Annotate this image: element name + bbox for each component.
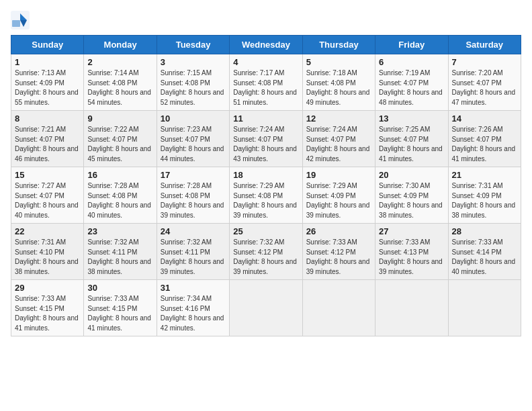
svg-rect-3	[12, 20, 20, 27]
day-number: 22	[15, 226, 80, 236]
day-daylight: Daylight: 8 hours and 40 minutes.	[87, 201, 151, 219]
day-sunrise: Sunrise: 7:29 AM	[233, 182, 284, 189]
day-daylight: Daylight: 8 hours and 44 minutes.	[161, 145, 224, 163]
day-sunrise: Sunrise: 7:33 AM	[379, 238, 430, 246]
day-sunrise: Sunrise: 7:20 AM	[452, 69, 503, 77]
day-sunrise: Sunrise: 7:15 AM	[161, 69, 212, 77]
day-sunrise: Sunrise: 7:26 AM	[452, 126, 503, 133]
day-sunset: Sunset: 4:13 PM	[379, 248, 429, 256]
day-sunset: Sunset: 4:12 PM	[306, 248, 356, 256]
calendar-cell: 8 Sunrise: 7:21 AM Sunset: 4:07 PM Dayli…	[11, 111, 84, 167]
day-sunrise: Sunrise: 7:30 AM	[379, 182, 430, 189]
calendar-header-row: SundayMondayTuesdayWednesdayThursdayFrid…	[11, 36, 521, 54]
day-sunrise: Sunrise: 7:33 AM	[87, 295, 138, 302]
day-number: 8	[15, 113, 80, 124]
calendar-day-header: Saturday	[448, 36, 521, 54]
day-number: 10	[161, 113, 226, 124]
day-number: 1	[15, 57, 80, 67]
calendar-cell: 13 Sunrise: 7:25 AM Sunset: 4:07 PM Dayl…	[375, 111, 448, 167]
calendar-cell: 17 Sunrise: 7:28 AM Sunset: 4:08 PM Dayl…	[157, 167, 229, 224]
calendar-cell: 4 Sunrise: 7:17 AM Sunset: 4:08 PM Dayli…	[230, 54, 302, 111]
day-sunset: Sunset: 4:15 PM	[15, 305, 64, 312]
day-sunrise: Sunrise: 7:21 AM	[15, 126, 66, 133]
day-daylight: Daylight: 8 hours and 39 minutes.	[161, 258, 224, 275]
calendar-day-header: Friday	[375, 36, 448, 54]
calendar-cell: 30 Sunrise: 7:33 AM Sunset: 4:15 PM Dayl…	[84, 280, 157, 336]
day-number: 31	[161, 283, 226, 293]
day-daylight: Daylight: 8 hours and 47 minutes.	[452, 89, 516, 106]
calendar-cell: 14 Sunrise: 7:26 AM Sunset: 4:07 PM Dayl…	[448, 111, 521, 167]
day-sunrise: Sunrise: 7:28 AM	[87, 182, 138, 189]
day-number: 15	[15, 170, 80, 180]
calendar-cell: 31 Sunrise: 7:34 AM Sunset: 4:16 PM Dayl…	[157, 280, 229, 336]
calendar-day-header: Wednesday	[230, 36, 302, 54]
day-daylight: Daylight: 8 hours and 41 minutes.	[452, 145, 516, 163]
day-number: 9	[87, 113, 152, 124]
calendar-cell	[375, 280, 448, 336]
calendar-cell: 22 Sunrise: 7:31 AM Sunset: 4:10 PM Dayl…	[11, 224, 84, 280]
day-sunrise: Sunrise: 7:33 AM	[452, 238, 503, 246]
day-number: 2	[87, 57, 152, 67]
day-number: 14	[452, 113, 517, 124]
day-number: 12	[306, 113, 371, 124]
day-daylight: Daylight: 8 hours and 38 minutes.	[15, 258, 79, 275]
day-number: 19	[306, 170, 371, 180]
calendar-cell: 19 Sunrise: 7:29 AM Sunset: 4:09 PM Dayl…	[302, 167, 375, 224]
logo-icon	[11, 11, 30, 30]
day-number: 11	[233, 113, 298, 124]
day-number: 24	[161, 226, 226, 236]
day-number: 6	[379, 57, 444, 67]
day-sunset: Sunset: 4:08 PM	[233, 79, 283, 87]
day-sunrise: Sunrise: 7:31 AM	[452, 182, 503, 189]
day-sunset: Sunset: 4:10 PM	[15, 248, 64, 256]
calendar-day-header: Sunday	[11, 36, 84, 54]
day-sunrise: Sunrise: 7:32 AM	[233, 238, 284, 246]
day-daylight: Daylight: 8 hours and 39 minutes.	[306, 258, 370, 275]
day-number: 4	[233, 57, 298, 67]
day-daylight: Daylight: 8 hours and 54 minutes.	[87, 89, 151, 106]
day-daylight: Daylight: 8 hours and 48 minutes.	[379, 89, 443, 106]
calendar-cell: 28 Sunrise: 7:33 AM Sunset: 4:14 PM Dayl…	[448, 224, 521, 280]
calendar-week-row: 22 Sunrise: 7:31 AM Sunset: 4:10 PM Dayl…	[11, 224, 521, 280]
day-sunset: Sunset: 4:09 PM	[379, 192, 429, 199]
day-daylight: Daylight: 8 hours and 51 minutes.	[233, 89, 297, 106]
calendar-cell: 23 Sunrise: 7:32 AM Sunset: 4:11 PM Dayl…	[84, 224, 157, 280]
day-sunrise: Sunrise: 7:32 AM	[161, 238, 212, 246]
calendar-cell: 16 Sunrise: 7:28 AM Sunset: 4:08 PM Dayl…	[84, 167, 157, 224]
calendar-cell: 25 Sunrise: 7:32 AM Sunset: 4:12 PM Dayl…	[230, 224, 302, 280]
day-sunset: Sunset: 4:08 PM	[161, 79, 210, 87]
day-sunrise: Sunrise: 7:32 AM	[87, 238, 138, 246]
day-daylight: Daylight: 8 hours and 46 minutes.	[15, 145, 79, 163]
calendar-day-header: Tuesday	[157, 36, 229, 54]
day-daylight: Daylight: 8 hours and 39 minutes.	[161, 201, 224, 219]
day-sunset: Sunset: 4:07 PM	[15, 192, 64, 199]
calendar-cell: 2 Sunrise: 7:14 AM Sunset: 4:08 PM Dayli…	[84, 54, 157, 111]
day-daylight: Daylight: 8 hours and 39 minutes.	[233, 201, 297, 219]
day-sunset: Sunset: 4:08 PM	[161, 192, 210, 199]
day-sunset: Sunset: 4:07 PM	[87, 136, 137, 143]
calendar-cell: 5 Sunrise: 7:18 AM Sunset: 4:08 PM Dayli…	[302, 54, 375, 111]
day-sunrise: Sunrise: 7:23 AM	[161, 126, 212, 133]
day-number: 25	[233, 226, 298, 236]
day-number: 26	[306, 226, 371, 236]
day-sunset: Sunset: 4:07 PM	[161, 136, 210, 143]
day-sunrise: Sunrise: 7:33 AM	[306, 238, 357, 246]
day-daylight: Daylight: 8 hours and 49 minutes.	[306, 89, 370, 106]
day-sunrise: Sunrise: 7:14 AM	[87, 69, 138, 77]
calendar-cell: 1 Sunrise: 7:13 AM Sunset: 4:09 PM Dayli…	[11, 54, 84, 111]
day-number: 7	[452, 57, 517, 67]
logo	[11, 11, 32, 30]
day-sunrise: Sunrise: 7:22 AM	[87, 126, 138, 133]
day-daylight: Daylight: 8 hours and 42 minutes.	[306, 145, 370, 163]
day-daylight: Daylight: 8 hours and 40 minutes.	[452, 258, 516, 275]
day-sunset: Sunset: 4:16 PM	[161, 305, 210, 312]
day-sunrise: Sunrise: 7:25 AM	[379, 126, 430, 133]
day-sunset: Sunset: 4:12 PM	[233, 248, 283, 256]
calendar-cell: 6 Sunrise: 7:19 AM Sunset: 4:07 PM Dayli…	[375, 54, 448, 111]
calendar-cell: 26 Sunrise: 7:33 AM Sunset: 4:12 PM Dayl…	[302, 224, 375, 280]
page-header	[11, 11, 521, 30]
day-sunrise: Sunrise: 7:13 AM	[15, 69, 66, 77]
calendar-cell: 12 Sunrise: 7:24 AM Sunset: 4:07 PM Dayl…	[302, 111, 375, 167]
day-sunrise: Sunrise: 7:24 AM	[233, 126, 284, 133]
day-number: 3	[161, 57, 226, 67]
